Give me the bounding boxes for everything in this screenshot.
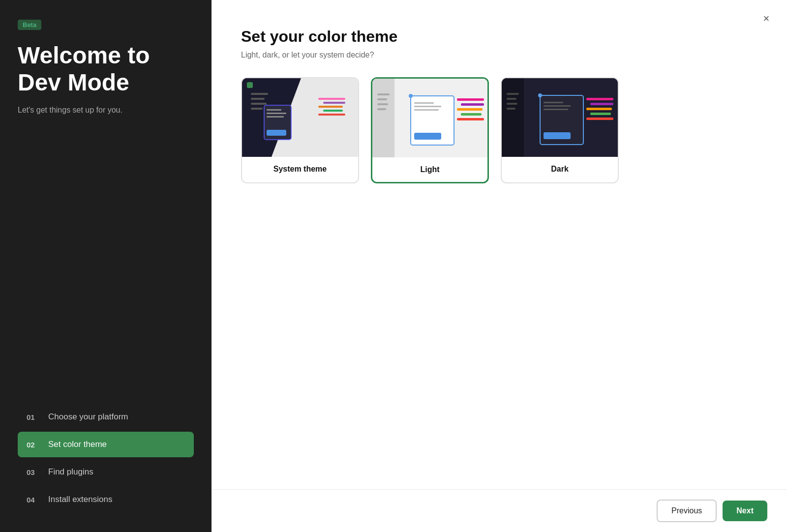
svg-rect-6 [251,98,265,100]
svg-rect-55 [590,113,611,115]
svg-point-28 [409,94,413,98]
svg-rect-43 [507,103,517,105]
theme-preview-light [372,79,487,157]
svg-rect-37 [457,118,484,120]
theme-preview-dark [502,78,618,157]
step-item-01[interactable]: 01 Choose your platform [18,404,194,430]
svg-rect-12 [267,116,284,118]
svg-rect-44 [507,108,515,110]
step-label: Find plugins [48,467,93,477]
page-title: Set your color theme [241,28,757,46]
step-item-02[interactable]: 02 Set color theme [18,432,194,457]
svg-rect-54 [586,108,612,110]
svg-rect-42 [507,98,516,100]
svg-rect-17 [323,110,343,112]
svg-rect-24 [377,103,388,105]
svg-rect-4 [247,82,253,88]
svg-rect-31 [414,109,439,111]
svg-rect-14 [318,98,345,100]
svg-rect-22 [377,93,390,95]
step-label: Set color theme [48,440,107,449]
theme-label-light: Light [372,157,487,182]
svg-rect-33 [457,98,484,101]
step-label: Install extensions [48,495,112,504]
svg-rect-36 [461,113,482,116]
step-item-04[interactable]: 04 Install extensions [18,487,194,512]
page-subtitle: Light, dark, or let your system decide? [241,51,757,59]
svg-rect-15 [323,102,345,104]
left-panel: Beta Welcome to Dev Mode Let's get thing… [0,0,212,532]
svg-rect-40 [502,78,524,157]
theme-card-system[interactable]: System theme [241,77,359,183]
theme-label-system: System theme [242,157,358,181]
svg-rect-30 [414,106,441,107]
step-label: Choose your platform [48,412,128,422]
previous-button[interactable]: Previous [657,500,717,522]
step-item-03[interactable]: 03 Find plugins [18,459,194,485]
svg-rect-5 [251,93,268,95]
svg-rect-21 [372,79,394,157]
svg-rect-41 [507,93,519,95]
svg-rect-25 [377,108,386,110]
theme-card-light[interactable]: Light [371,77,489,183]
svg-rect-49 [544,105,571,107]
svg-rect-35 [457,108,483,111]
svg-rect-7 [251,103,267,105]
welcome-subtitle: Let's get things set up for you. [18,106,194,115]
footer: Previous Next [212,489,787,532]
svg-rect-34 [461,103,484,106]
svg-rect-56 [586,118,613,120]
svg-rect-48 [544,102,563,103]
svg-rect-10 [267,109,281,111]
svg-rect-29 [414,102,434,104]
svg-rect-13 [267,130,286,136]
svg-point-47 [538,93,542,97]
step-number: 03 [27,468,40,476]
main-content: Set your color theme Light, dark, or let… [212,0,787,489]
welcome-title: Welcome to Dev Mode [18,42,194,96]
close-button[interactable]: × [757,10,775,28]
right-panel: × Set your color theme Light, dark, or l… [212,0,787,532]
theme-options: System theme [241,77,757,183]
svg-rect-53 [590,103,613,105]
theme-preview-system [242,78,358,157]
steps-list: 01 Choose your platform 02 Set color the… [18,404,194,512]
svg-rect-18 [318,114,345,116]
svg-rect-8 [251,108,263,110]
beta-badge: Beta [18,20,41,30]
svg-rect-16 [318,106,343,108]
step-number: 02 [27,441,40,449]
svg-rect-50 [544,109,568,110]
next-button[interactable]: Next [723,501,767,521]
theme-card-dark[interactable]: Dark [501,77,619,183]
step-number: 04 [27,496,40,504]
svg-rect-32 [414,133,441,140]
svg-rect-23 [377,98,387,100]
svg-rect-51 [544,132,571,139]
theme-label-dark: Dark [502,157,618,181]
svg-rect-52 [586,98,613,100]
svg-rect-11 [267,113,286,114]
step-number: 01 [27,413,40,421]
